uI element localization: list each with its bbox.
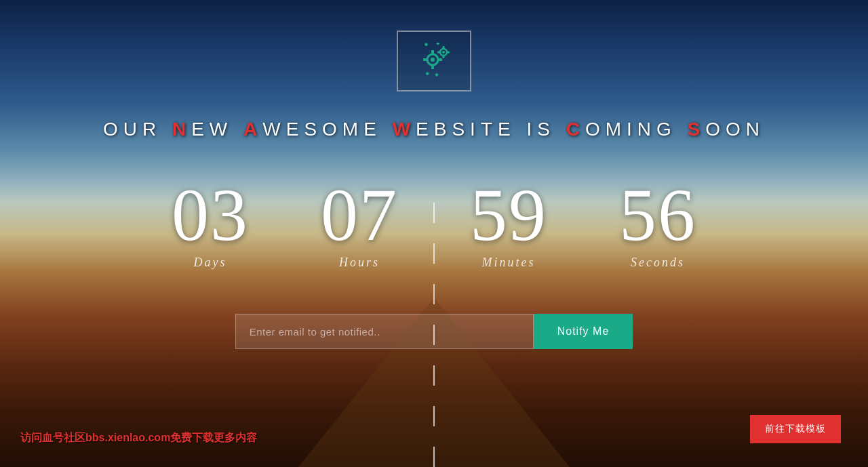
headline-n: N: [172, 119, 191, 140]
headline-a: A: [243, 119, 262, 140]
minutes-label: Minutes: [482, 256, 536, 270]
svg-rect-5: [439, 58, 442, 61]
svg-rect-14: [437, 52, 440, 54]
countdown-seconds: 56 Seconds: [583, 178, 732, 270]
minutes-number: 59: [470, 178, 547, 252]
svg-rect-15: [447, 52, 450, 54]
seconds-number: 56: [619, 178, 696, 252]
days-number: 03: [172, 178, 249, 252]
svg-rect-2: [431, 50, 434, 54]
svg-rect-8: [435, 73, 439, 77]
hours-label: Hours: [339, 256, 380, 270]
gear-icon: [414, 43, 454, 79]
countdown: 03 Days 07 Hours 59 Minutes 56 Seconds: [136, 178, 732, 270]
headline-wesome: WESOME: [262, 119, 392, 140]
headline: OUR NEW AWESOME WEBSITE IS COMING SOON: [103, 119, 765, 140]
headline-c: C: [566, 119, 585, 140]
headline-oon: OON: [705, 119, 765, 140]
countdown-minutes: 59 Minutes: [434, 178, 583, 270]
headline-ur: UR: [123, 119, 172, 140]
headline-s: S: [688, 119, 706, 140]
svg-rect-12: [443, 46, 445, 49]
svg-rect-4: [423, 58, 427, 61]
svg-rect-9: [425, 72, 429, 76]
watermark: 访问血号社区bbs.xienlao.com免费下载更多内容: [20, 431, 257, 445]
days-label: Days: [194, 256, 227, 270]
main-content: OUR NEW AWESOME WEBSITE IS COMING SOON 0…: [0, 0, 868, 467]
headline-w: W: [393, 119, 416, 140]
download-template-button[interactable]: 前往下载模板: [750, 415, 841, 443]
headline-o: O: [103, 119, 123, 140]
email-section: Notify Me: [235, 314, 633, 349]
seconds-label: Seconds: [631, 256, 685, 270]
svg-rect-6: [436, 43, 440, 45]
logo-container: [397, 31, 471, 92]
svg-point-1: [431, 58, 435, 62]
notify-button[interactable]: Notify Me: [534, 314, 633, 349]
headline-ebsite: EBSITE IS: [416, 119, 566, 140]
svg-rect-3: [431, 66, 434, 69]
svg-rect-13: [443, 56, 445, 58]
headline-ew: EW: [191, 119, 243, 140]
email-input[interactable]: [235, 314, 534, 349]
hours-number: 07: [321, 178, 398, 252]
headline-oming: OMING: [585, 119, 688, 140]
countdown-days: 03 Days: [136, 178, 285, 270]
svg-rect-7: [425, 43, 429, 47]
svg-point-11: [442, 51, 445, 54]
countdown-hours: 07 Hours: [285, 178, 434, 270]
